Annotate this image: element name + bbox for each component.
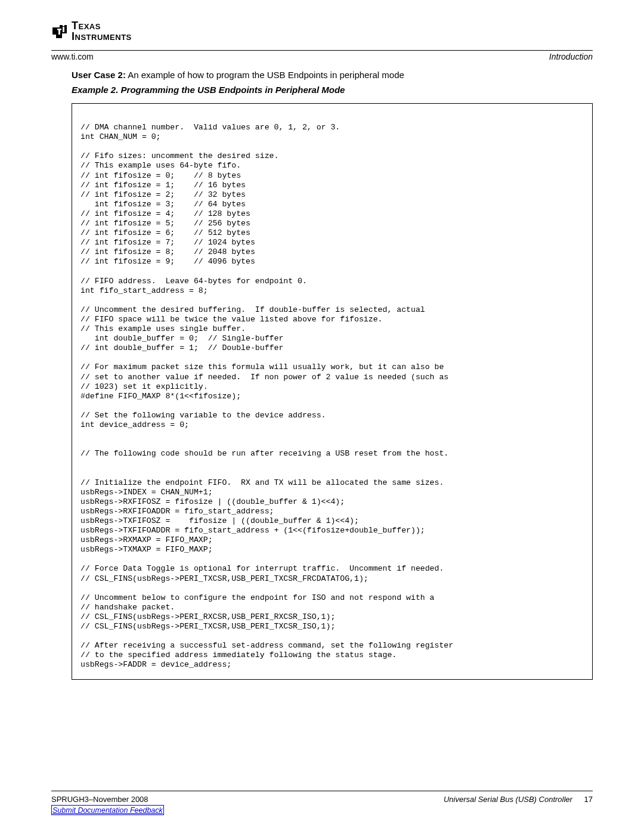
logo-line2: Instruments: [72, 31, 132, 42]
footer-title: Universal Serial Bus (USB) Controller: [444, 795, 572, 804]
header-section: Introduction: [549, 52, 593, 61]
header-url: www.ti.com: [51, 52, 94, 61]
code-listing: // DMA channel number. Valid values are …: [72, 103, 593, 680]
logo: Texas Instruments: [51, 20, 593, 42]
svg-point-3: [63, 24, 64, 26]
feedback-link[interactable]: Submit Documentation Feedback: [52, 806, 163, 815]
page-number: 17: [584, 795, 593, 804]
usercase-text: An example of how to program the USB End…: [126, 70, 404, 80]
ti-chip-icon: [51, 23, 69, 39]
footer-docnum: SPRUGH3–November 2008: [51, 795, 148, 804]
svg-rect-1: [57, 29, 61, 30]
logo-line1: Texas: [72, 20, 132, 31]
svg-rect-2: [63, 27, 64, 32]
example-title: Example 2. Programming the USB Endpoints…: [72, 85, 593, 95]
header-rule: [51, 50, 593, 51]
logo-text: Texas Instruments: [72, 20, 132, 42]
usercase-label: User Case 2:: [72, 70, 126, 80]
footer-rule: [51, 791, 593, 791]
usercase-line: User Case 2: An example of how to progra…: [72, 70, 593, 80]
